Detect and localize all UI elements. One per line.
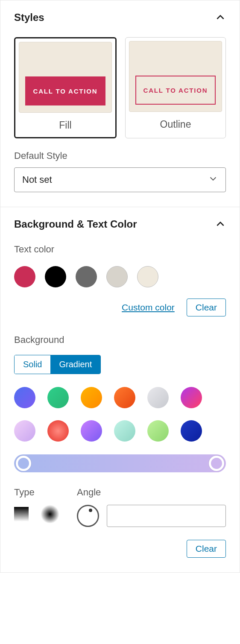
gradient-stop-start[interactable] [16,456,31,471]
gradient-swatch[interactable] [147,387,169,408]
custom-color-link[interactable]: Custom color [122,302,175,313]
style-option-fill[interactable]: CALL TO ACTION Fill [14,37,117,138]
gradient-swatch[interactable] [114,420,135,442]
text-color-swatch[interactable] [45,266,66,287]
gradient-swatch[interactable] [14,387,35,408]
text-color-swatch[interactable] [106,266,128,287]
gradient-swatch[interactable] [81,420,102,442]
cta-preview-fill: CALL TO ACTION [25,76,105,105]
chevron-up-icon [215,219,226,230]
clear-text-color-button[interactable]: Clear [187,299,226,316]
gradient-swatch[interactable] [181,420,202,442]
text-color-label: Text color [14,244,226,255]
style-preview: CALL TO ACTION [19,42,112,113]
gradient-swatch[interactable] [114,387,135,408]
gradient-type-radial[interactable] [41,505,59,524]
styles-section-toggle[interactable]: Styles [14,12,226,23]
text-color-swatch[interactable] [76,266,97,287]
gradient-swatch[interactable] [47,420,69,442]
text-color-swatch[interactable] [137,266,158,287]
gradient-stop-end[interactable] [209,456,224,471]
gradient-swatch[interactable] [14,420,35,442]
angle-dial[interactable] [77,505,99,527]
background-label: Background [14,334,226,345]
default-style-select[interactable]: Not set [14,167,226,192]
gradient-type-label: Type [14,487,77,498]
cta-preview-outline: CALL TO ACTION [135,76,216,105]
clear-background-button[interactable]: Clear [187,540,226,558]
bgtxt-section-toggle[interactable]: Background & Text Color [14,218,226,230]
gradient-swatch[interactable] [81,387,102,408]
styles-heading: Styles [14,12,44,23]
gradient-bar[interactable] [14,454,226,472]
toggle-solid[interactable]: Solid [15,355,50,374]
background-type-toggle: Solid Gradient [14,355,101,374]
text-color-swatch[interactable] [14,266,35,287]
angle-input[interactable] [107,505,226,527]
default-style-value: Not set [22,174,52,185]
gradient-swatch[interactable] [47,387,69,408]
style-option-outline[interactable]: CALL TO ACTION Outline [125,37,226,138]
chevron-up-icon [215,12,226,23]
gradient-type-linear[interactable] [14,507,29,521]
bgtxt-heading: Background & Text Color [14,218,137,230]
style-preview: CALL TO ACTION [129,41,222,112]
chevron-down-icon [208,174,218,186]
default-style-label: Default Style [14,150,226,161]
angle-dot [89,509,92,512]
style-option-label: Outline [129,119,222,130]
gradient-swatch[interactable] [147,420,169,442]
gradient-angle-label: Angle [77,487,226,498]
style-option-label: Fill [19,120,112,131]
toggle-gradient[interactable]: Gradient [50,355,100,374]
gradient-swatch[interactable] [181,387,202,408]
